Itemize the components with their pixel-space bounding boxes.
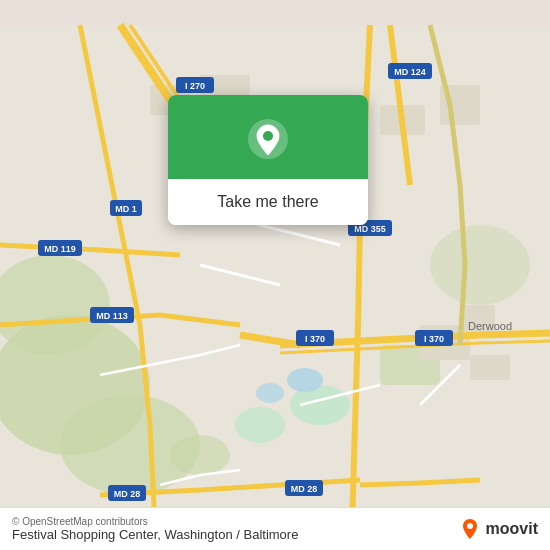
svg-text:MD 113: MD 113 [96,311,128,321]
svg-text:Derwood: Derwood [468,320,512,332]
svg-text:MD 28: MD 28 [291,484,318,494]
svg-text:MD 355: MD 355 [354,224,386,234]
map-attribution: © OpenStreetMap contributors [12,516,298,527]
moovit-brand-text: moovit [486,520,538,538]
svg-text:MD 124: MD 124 [394,67,426,77]
svg-point-8 [170,435,230,475]
popup-card: Take me there [168,95,368,225]
svg-text:MD 28: MD 28 [114,489,141,499]
moovit-logo: moovit [458,517,538,541]
map-container: I 270 MD 124 MD 355 I 370 I 370 MD 119 M… [0,0,550,550]
popup-header [168,95,368,179]
svg-text:MD 1: MD 1 [115,204,137,214]
footer-left: © OpenStreetMap contributors Festival Sh… [12,516,298,542]
svg-rect-15 [470,355,510,380]
svg-point-40 [263,131,273,141]
location-pin-icon [246,117,290,161]
svg-text:MD 119: MD 119 [44,244,76,254]
svg-text:I 370: I 370 [424,334,444,344]
svg-text:I 370: I 370 [305,334,325,344]
footer-right: moovit [458,517,538,541]
svg-point-38 [256,383,284,403]
moovit-pin-icon [458,517,482,541]
svg-point-37 [287,368,323,392]
svg-point-41 [467,523,473,529]
map-background: I 270 MD 124 MD 355 I 370 I 370 MD 119 M… [0,0,550,550]
svg-point-4 [430,225,530,305]
svg-text:I 270: I 270 [185,81,205,91]
svg-point-7 [235,407,285,443]
footer-bar: © OpenStreetMap contributors Festival Sh… [0,507,550,550]
take-me-there-button[interactable]: Take me there [168,179,368,225]
location-title: Festival Shopping Center, Washington / B… [12,527,298,542]
